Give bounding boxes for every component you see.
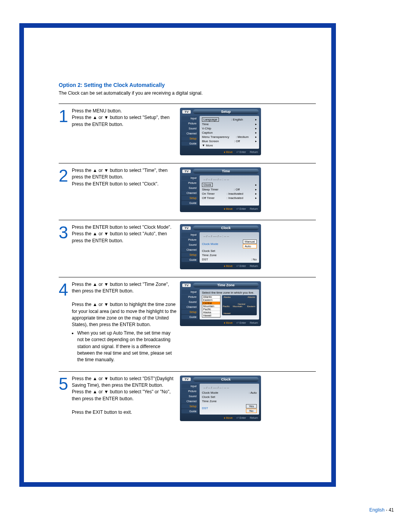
sidebar-item-input[interactable]: Input [181, 384, 198, 388]
chevron-right-icon: ▸ [255, 139, 257, 143]
tz-option[interactable]: Alaska [202, 311, 220, 314]
osd-title: Setup [193, 109, 259, 114]
menu-row-label[interactable]: Clock Set [202, 395, 215, 399]
sidebar-item-sound[interactable]: Sound [181, 243, 198, 247]
clockmode-option[interactable]: Manual [243, 240, 257, 244]
step-line: Press the ▲ or ▼ button to select "Time … [72, 282, 169, 294]
tz-option[interactable]: Pacific [202, 308, 220, 311]
osd-sidebar: Input Picture Sound Channel Setup Guide [181, 174, 198, 207]
dst-option-selected[interactable]: No [246, 409, 257, 413]
menu-row-label[interactable]: DST [202, 258, 208, 261]
step-text: Press the MENU button. Press the ▲ or ▼ … [72, 108, 180, 128]
menu-row-value: : Off [234, 139, 240, 143]
sidebar-item-picture[interactable]: Picture [181, 389, 198, 393]
osd-sidebar: Input Picture Sound Channel Setup Guide [181, 288, 198, 321]
osd-footer: ♦ Move ⏎ Enter Return [181, 150, 260, 155]
timezone-list[interactable]: Atlantic Eastern Central Mountain Pacifi… [202, 295, 220, 318]
menu-row-label[interactable]: On Timer [202, 192, 215, 195]
sidebar-item-picture[interactable]: Picture [181, 181, 198, 185]
sidebar-item-guide[interactable]: Guide [181, 315, 198, 319]
step-line: Press the MENU button. [72, 108, 122, 114]
osd-title: Clock [193, 226, 259, 230]
step-number: 3 [59, 224, 72, 241]
osd-content: -- / -- / ---- / -- : -- -- Clock Mode M… [200, 232, 259, 263]
sidebar-item-sound[interactable]: Sound [181, 394, 198, 398]
tz-option-selected[interactable]: Central [202, 302, 220, 305]
sidebar-item-picture[interactable]: Picture [181, 238, 198, 242]
sidebar-item-guide[interactable]: Guide [181, 409, 198, 413]
menu-row-label[interactable]: Off Timer [202, 196, 215, 200]
sidebar-item-guide[interactable]: Guide [181, 258, 198, 262]
tz-option[interactable]: Hawaii [202, 314, 220, 317]
osd-panel: TV Time Input Picture Sound Channel Setu… [180, 167, 261, 212]
sidebar-item-sound[interactable]: Sound [181, 186, 198, 190]
sidebar-item-picture[interactable]: Picture [181, 121, 198, 126]
menu-row-label[interactable]: Time Zone [202, 253, 217, 257]
osd-source-badge: TV [182, 377, 191, 381]
step-line: Press the ENTER button to select "Clock"… [72, 181, 159, 187]
sidebar-item-guide[interactable]: Guide [181, 201, 198, 205]
step-line: Press the ▲ or ▼ button to select "Auto"… [72, 231, 167, 243]
menu-row-label[interactable]: Blue Screen [202, 139, 219, 143]
menu-row-label[interactable]: Sleep Timer [202, 188, 219, 191]
menu-row-label[interactable]: Clock Set [202, 249, 215, 253]
time-readout: -- / -- / ---- / -- : -- -- [202, 234, 257, 239]
menu-row-label[interactable]: Clock Mode [202, 391, 218, 394]
tz-option[interactable]: Eastern [202, 299, 220, 302]
sidebar-item-channel[interactable]: Channel [181, 305, 198, 309]
osd-sidebar: Input Picture Sound Channel Setup Guide [181, 115, 198, 150]
osd-footer: ♦ Move ⏎ Enter Return [181, 416, 260, 420]
osd-panel: TV Clock Input Picture Sound Channel Set… [180, 376, 261, 421]
sidebar-item-channel[interactable]: Channel [181, 248, 198, 252]
step-number: 1 [59, 108, 72, 125]
menu-row-label[interactable]: Caption [202, 131, 213, 134]
osd-panel: TV Setup Input Picture Sound Channel Set… [180, 108, 261, 155]
sidebar-item-input[interactable]: Input [181, 116, 198, 121]
sidebar-item-channel[interactable]: Channel [181, 131, 198, 136]
sidebar-item-input[interactable]: Input [181, 233, 198, 237]
hint-move: ♦ Move [224, 151, 233, 154]
dst-option[interactable]: Yes [246, 404, 257, 408]
clockmode-option-selected[interactable]: Auto [243, 244, 257, 248]
sidebar-item-setup[interactable]: Setup [181, 136, 198, 141]
sidebar-item-picture[interactable]: Picture [181, 295, 198, 299]
hint-return: Return [250, 151, 258, 154]
osd-source-badge: TV [182, 226, 191, 230]
sidebar-item-guide[interactable]: Guide [181, 141, 198, 146]
step-1: 1 Press the MENU button. Press the ▲ or … [59, 104, 316, 163]
manual-page: Option 2: Setting the Clock Automaticall… [0, 0, 417, 532]
menu-row-value: : Inactivated [227, 196, 243, 200]
section-title: Option 2: Setting the Clock Automaticall… [59, 82, 316, 88]
tz-option[interactable]: Atlantic [202, 296, 220, 299]
osd-footer: ♦ Move ⏎ Enter Return [181, 207, 260, 211]
sidebar-item-channel[interactable]: Channel [181, 399, 198, 403]
sidebar-item-setup[interactable]: Setup [181, 253, 198, 257]
helper-text: Select the time zone in which you live. [202, 291, 257, 294]
sidebar-item-setup[interactable]: Setup [181, 196, 198, 200]
menu-row-label[interactable]: Clock [202, 183, 213, 187]
menu-row-label[interactable]: DST [202, 406, 208, 410]
sidebar-item-setup[interactable]: Setup [181, 404, 198, 408]
osd-title: Clock [193, 377, 259, 382]
menu-row-label[interactable]: Time Zone [202, 399, 217, 403]
menu-row-label[interactable]: Menu Transparency [202, 135, 229, 139]
sidebar-item-input[interactable]: Input [181, 290, 198, 294]
osd-source-badge: TV [182, 170, 191, 173]
osd-content: -- / -- / ---- / -- : -- -- Clock Mode: … [200, 384, 259, 415]
sidebar-item-setup[interactable]: Setup [181, 310, 198, 314]
sidebar-item-channel[interactable]: Channel [181, 191, 198, 195]
tz-option[interactable]: Mountain [202, 305, 220, 308]
chevron-right-icon: ▸ [255, 131, 257, 134]
sidebar-item-sound[interactable]: Sound [181, 300, 198, 304]
footer-page: - 41 [386, 507, 394, 513]
step-line: Press the ▲ or ▼ button to select "Time"… [72, 168, 168, 180]
menu-row-label[interactable]: Time [202, 122, 208, 126]
menu-row-label[interactable]: Language [202, 117, 219, 122]
sidebar-item-sound[interactable]: Sound [181, 126, 198, 131]
menu-row-label[interactable]: V-Chip [202, 127, 211, 130]
menu-row-value: : English [231, 118, 243, 121]
menu-row-label[interactable]: Clock Mode [202, 242, 218, 246]
menu-row-value: : No [251, 258, 257, 261]
menu-row-label[interactable]: ▼ More [202, 144, 213, 147]
sidebar-item-input[interactable]: Input [181, 176, 198, 180]
